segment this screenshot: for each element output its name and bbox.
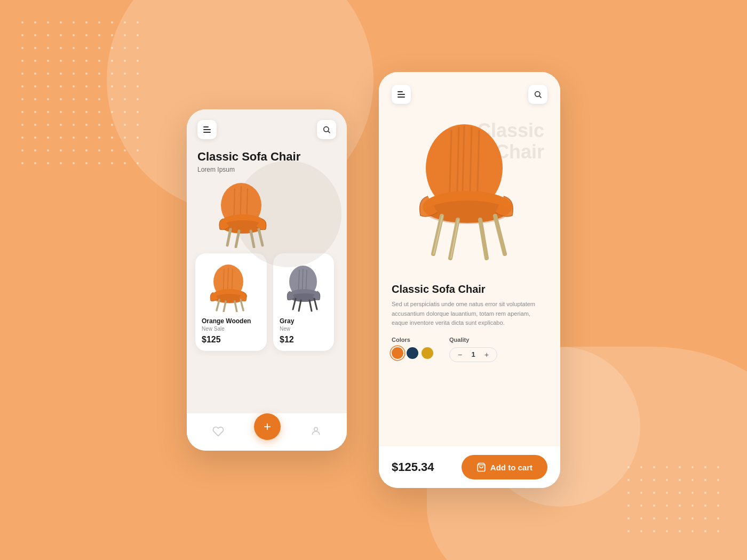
- card-name-orange: Orange Wooden: [202, 317, 260, 325]
- svg-line-30: [309, 300, 312, 311]
- hero-chair-image: [197, 179, 336, 248]
- orange-chair-card-svg: [202, 261, 260, 312]
- svg-line-21: [241, 300, 243, 310]
- svg-line-10: [251, 231, 254, 247]
- phone1-header: [187, 109, 347, 145]
- svg-line-29: [299, 300, 301, 311]
- options-row: Colors Quality − 1 +: [392, 337, 547, 362]
- detail-description: Sed ut perspiciatis unde ome natus error…: [392, 300, 547, 328]
- svg-line-11: [259, 229, 263, 245]
- hero-subtitle: Lorem Ipsum: [197, 166, 336, 173]
- add-to-cart-label: Add to cart: [490, 463, 533, 472]
- quantity-control: − 1 +: [449, 347, 497, 362]
- detail-product-name: Classic Sofa Chair: [392, 283, 547, 295]
- svg-line-1: [328, 131, 330, 133]
- swatch-orange[interactable]: [392, 347, 403, 359]
- quality-option-group: Quality − 1 +: [449, 337, 497, 362]
- menu-button[interactable]: [197, 120, 217, 139]
- svg-point-32: [314, 427, 318, 431]
- svg-line-45: [480, 220, 487, 258]
- quantity-decrease-button[interactable]: −: [455, 350, 465, 359]
- colors-label: Colors: [392, 337, 433, 343]
- phone2-hamburger-icon: [398, 91, 405, 98]
- product-card-gray[interactable]: Gray New $12: [273, 253, 334, 351]
- hero-title: Classic Sofa Chair: [197, 150, 336, 164]
- card-tag-orange: New Sale: [202, 326, 260, 332]
- card-tag-gray: New: [280, 326, 328, 332]
- phones-container: Classic Sofa Chair Lorem Ipsum: [187, 72, 560, 488]
- phone2-header: [379, 72, 560, 109]
- gray-chair-card-svg: [280, 261, 328, 312]
- color-swatches: [392, 347, 433, 359]
- svg-line-34: [539, 96, 541, 98]
- search-icon: [322, 125, 331, 134]
- add-to-cart-button[interactable]: Add to cart: [462, 455, 547, 479]
- card-price-gray: $12: [280, 335, 328, 345]
- card-price-orange: $125: [202, 335, 260, 345]
- cart-icon: [476, 462, 486, 472]
- svg-line-8: [227, 229, 231, 245]
- swatch-yellow[interactable]: [422, 347, 433, 359]
- swatch-navy[interactable]: [407, 347, 418, 359]
- phone2-search-icon: [534, 90, 542, 99]
- phone2-bottom-bar: $125.34 Add to cart: [379, 446, 560, 488]
- svg-point-0: [324, 127, 329, 132]
- dot-grid-left: (function() { const grid = document.quer…: [21, 21, 145, 171]
- product-cards-row: Orange Wooden New Sale $125: [187, 248, 347, 356]
- phone1-bottom-nav: +: [187, 413, 347, 451]
- colors-option-group: Colors: [392, 337, 433, 359]
- svg-line-9: [236, 231, 239, 247]
- detail-chair-svg: [400, 117, 539, 267]
- phone2-menu-button[interactable]: [392, 85, 411, 104]
- phone2-search-button[interactable]: [528, 85, 547, 104]
- hamburger-icon: [203, 126, 211, 133]
- add-fab-button[interactable]: +: [254, 413, 281, 440]
- svg-point-33: [535, 92, 540, 97]
- user-nav-icon[interactable]: [311, 425, 321, 439]
- card-name-gray: Gray: [280, 317, 328, 325]
- product-price: $125.34: [392, 460, 434, 474]
- detail-product-info: Classic Sofa Chair Sed ut perspiciatis u…: [379, 275, 560, 381]
- quality-label: Quality: [449, 337, 497, 343]
- svg-line-31: [314, 299, 317, 309]
- dot-grid-right: (function() { const grid = document.quer…: [627, 466, 726, 539]
- svg-line-46: [495, 216, 505, 254]
- search-button[interactable]: [317, 120, 336, 139]
- phone-detail-view: Classic Chair: [379, 72, 560, 488]
- phone1-hero: Classic Sofa Chair Lorem Ipsum: [187, 145, 347, 248]
- orange-chair-hero-svg: [208, 179, 283, 248]
- product-card-orange[interactable]: Orange Wooden New Sale $125: [195, 253, 267, 351]
- phone-list-view: Classic Sofa Chair Lorem Ipsum: [187, 109, 347, 451]
- card-img-gray: [280, 260, 328, 313]
- card-img-orange: [202, 260, 260, 313]
- detail-image-area: Classic Chair: [379, 109, 560, 275]
- quantity-value: 1: [469, 350, 478, 358]
- heart-nav-icon[interactable]: [212, 426, 224, 439]
- quantity-increase-button[interactable]: +: [482, 350, 491, 359]
- svg-line-47: [434, 216, 442, 254]
